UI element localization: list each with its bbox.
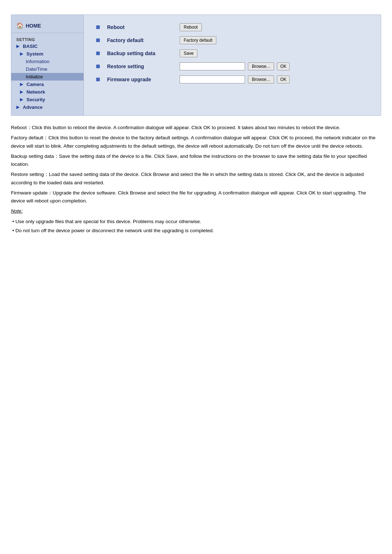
- network-label: Network: [26, 89, 45, 95]
- factory-default-button[interactable]: Factory default: [180, 36, 216, 44]
- content-area: Reboot Reboot Factory default: [84, 15, 381, 115]
- note-item-2: Do not turn off the device power or disc…: [12, 227, 381, 235]
- sidebar-item-information[interactable]: Information: [11, 58, 83, 65]
- initialize-label: Initialize: [26, 74, 43, 79]
- panel: 🏠 HOME SETTING ▶ BASIC ▶ System Informat…: [11, 15, 381, 116]
- arrow-icon-camera: ▶: [20, 82, 25, 87]
- note-list: Use only upgrade files that are special …: [11, 218, 381, 235]
- row-icon-backup: [93, 47, 103, 60]
- datetime-label: Date/Time: [26, 66, 47, 72]
- advance-label: Advance: [23, 104, 42, 110]
- square-icon-backup: [96, 52, 100, 55]
- row-action-restore: Browse... OK: [176, 60, 372, 73]
- restore-file-input[interactable]: [180, 62, 245, 70]
- camera-label: Camera: [26, 82, 44, 87]
- information-label: Information: [26, 59, 49, 64]
- sidebar-item-system[interactable]: ▶ System: [11, 50, 83, 58]
- table-row-reboot: Reboot Reboot: [93, 21, 372, 34]
- row-icon-factory: [93, 34, 103, 47]
- row-icon-restore: [93, 60, 103, 73]
- desc-restore: Restore setting：Load the saved setting d…: [11, 171, 381, 187]
- firmware-ok-button[interactable]: OK: [277, 75, 290, 83]
- row-label-backup: Backup setting data: [103, 47, 176, 60]
- row-action-firmware: Browse... OK: [176, 73, 372, 86]
- home-label: HOME: [26, 23, 41, 29]
- table-row-restore: Restore setting Browse... OK: [93, 60, 372, 73]
- note-label: Note:: [11, 207, 381, 215]
- arrow-icon-system: ▶: [20, 52, 25, 57]
- arrow-icon-advance: ▶: [16, 105, 21, 110]
- system-label: System: [26, 51, 43, 57]
- desc-reboot: Reboot：Click this button to reboot the d…: [11, 124, 381, 132]
- restore-browse-button[interactable]: Browse...: [248, 62, 274, 70]
- setting-section-label: SETTING: [11, 36, 83, 42]
- save-button[interactable]: Save: [180, 49, 197, 57]
- main-container: 🏠 HOME SETTING ▶ BASIC ▶ System Informat…: [11, 15, 381, 236]
- basic-label: BASIC: [23, 44, 37, 49]
- sidebar-item-network[interactable]: ▶ Network: [11, 88, 83, 96]
- arrow-icon-basic: ▶: [16, 44, 21, 49]
- sidebar-home[interactable]: 🏠 HOME: [11, 19, 83, 33]
- sidebar: 🏠 HOME SETTING ▶ BASIC ▶ System Informat…: [11, 15, 84, 115]
- row-label-factory: Factory default: [103, 34, 176, 47]
- sidebar-item-initialize[interactable]: Initialize: [11, 73, 83, 81]
- sidebar-item-basic[interactable]: ▶ BASIC: [11, 42, 83, 50]
- reboot-button[interactable]: Reboot: [180, 23, 202, 31]
- table-row-factory: Factory default Factory default: [93, 34, 372, 47]
- table-row-firmware: Firmware upgrade Browse... OK: [93, 73, 372, 86]
- desc-factory: Factory default：Click this button to res…: [11, 134, 381, 150]
- square-icon-restore: [96, 65, 100, 68]
- row-label-restore: Restore setting: [103, 60, 176, 73]
- desc-firmware: Firmware update：Upgrade the device softw…: [11, 189, 381, 205]
- settings-table: Reboot Reboot Factory default: [93, 21, 372, 86]
- sidebar-item-security[interactable]: ▶ Security: [11, 96, 83, 103]
- table-row-backup: Backup setting data Save: [93, 47, 372, 60]
- home-icon: 🏠: [16, 22, 24, 29]
- row-action-reboot: Reboot: [176, 21, 372, 34]
- arrow-icon-network: ▶: [20, 90, 25, 95]
- note-item-1: Use only upgrade files that are special …: [12, 218, 381, 226]
- restore-ok-button[interactable]: OK: [277, 62, 290, 70]
- desc-backup: Backup setting data：Save the setting dat…: [11, 152, 381, 169]
- sidebar-item-camera[interactable]: ▶ Camera: [11, 81, 83, 88]
- square-icon-factory: [96, 38, 100, 42]
- square-icon-firmware: [96, 78, 100, 81]
- firmware-file-input[interactable]: [180, 75, 245, 83]
- row-icon-reboot: [93, 21, 103, 34]
- arrow-icon-security: ▶: [20, 97, 25, 102]
- row-label-reboot: Reboot: [103, 21, 176, 34]
- square-icon-reboot: [96, 25, 100, 29]
- row-action-factory: Factory default: [176, 34, 372, 47]
- row-action-backup: Save: [176, 47, 372, 60]
- firmware-browse-button[interactable]: Browse...: [248, 75, 274, 83]
- sidebar-item-advance[interactable]: ▶ Advance: [11, 103, 83, 111]
- sidebar-item-datetime[interactable]: Date/Time: [11, 65, 83, 73]
- row-label-firmware: Firmware upgrade: [103, 73, 176, 86]
- row-icon-firmware: [93, 73, 103, 86]
- description-area: Reboot：Click this button to reboot the d…: [11, 124, 381, 236]
- security-label: Security: [26, 97, 45, 102]
